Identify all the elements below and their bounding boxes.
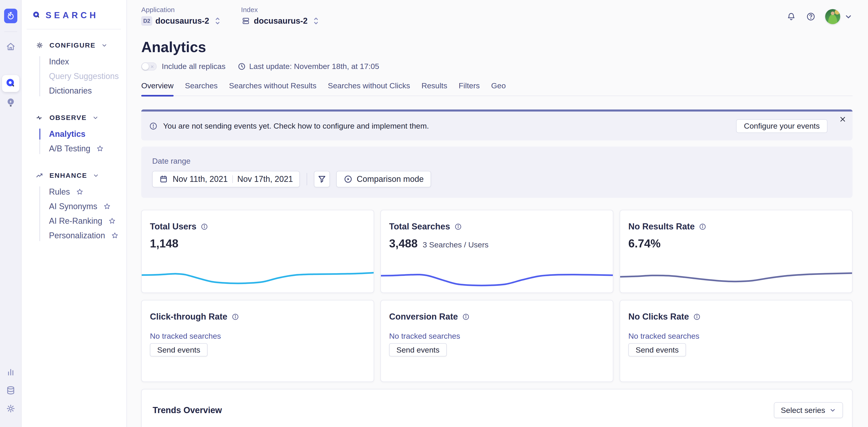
metrics-row-1: Total Users 1,148 Total Searches 3,488 3… — [141, 210, 852, 293]
rail-data-button[interactable] — [5, 385, 16, 396]
chevron-down-icon — [829, 407, 836, 414]
comparison-mode-button[interactable]: Comparison mode — [336, 171, 431, 187]
search-logo[interactable]: SEARCH — [32, 10, 126, 20]
stopwatch-icon — [6, 11, 15, 21]
include-replicas-toggle[interactable] — [141, 62, 157, 71]
info-icon[interactable] — [699, 223, 707, 231]
sidebar-item-label: Personalization — [49, 231, 105, 240]
index-stack-icon — [241, 16, 251, 26]
info-icon[interactable] — [200, 223, 208, 231]
comparison-mode-label: Comparison mode — [357, 174, 424, 184]
card-title: Click-through Rate — [150, 312, 227, 322]
sidebar-item-index[interactable]: Index — [49, 55, 126, 69]
date-end: Nov 17th, 2021 — [238, 174, 293, 184]
main-content: Analytics Include all replicas Last upda… — [127, 32, 868, 427]
last-update-text: Last update: November 18th, at 17:05 — [249, 62, 379, 71]
send-events-button[interactable]: Send events — [628, 343, 686, 356]
crawler-app-tile[interactable] — [4, 9, 17, 23]
include-replicas-label: Include all replicas — [162, 62, 225, 71]
star-icon[interactable] — [103, 203, 111, 210]
sidebar-item-personalization[interactable]: Personalization — [49, 228, 126, 243]
sidebar-item-label: Index — [49, 57, 69, 66]
no-tracked-text: No tracked searches — [389, 332, 604, 340]
section-header-observe[interactable]: OBSERVE — [36, 113, 126, 122]
sidebar-item-rules[interactable]: Rules — [49, 185, 126, 199]
card-title: Conversion Rate — [389, 312, 458, 322]
gear-icon — [36, 41, 43, 49]
sidebar-item-ai-synonyms[interactable]: AI Synonyms — [49, 199, 126, 214]
filter-button[interactable] — [314, 171, 330, 187]
card-total-users: Total Users 1,148 — [141, 210, 374, 293]
bell-icon[interactable] — [786, 12, 796, 22]
sidebar-item-label: AI Re-Ranking — [49, 216, 102, 226]
sidebar-item-dictionaries[interactable]: Dictionaries — [49, 84, 126, 98]
configure-events-button[interactable]: Configure your events — [736, 119, 828, 133]
info-icon[interactable] — [462, 313, 470, 321]
star-icon[interactable] — [108, 217, 116, 225]
logo-text: SEARCH — [45, 10, 98, 20]
sidebar-item-label: Query Suggestions — [49, 71, 119, 81]
info-icon — [149, 122, 158, 130]
rail-home-button[interactable] — [5, 41, 16, 52]
page-meta-row: Include all replicas Last update: Novemb… — [141, 62, 852, 71]
select-series-button[interactable]: Select series — [774, 402, 843, 418]
sidebar: SEARCH CONFIGURE Index Query Suggestions… — [22, 0, 127, 427]
sidebar-item-ai-reranking[interactable]: AI Re-Ranking — [49, 214, 126, 228]
sidebar-item-ab-testing[interactable]: A/B Testing — [49, 141, 126, 156]
card-title: Total Searches — [389, 222, 450, 231]
tab-geo[interactable]: Geo — [491, 81, 506, 96]
tab-searches[interactable]: Searches — [185, 81, 218, 96]
tab-results[interactable]: Results — [422, 81, 447, 96]
chevron-down-icon — [101, 42, 107, 48]
date-range-picker[interactable]: Nov 11th, 2021 Nov 17th, 2021 — [152, 171, 300, 187]
close-icon[interactable] — [839, 116, 846, 123]
topbar: Application D2 docusaurus-2 Index docusa… — [127, 0, 868, 32]
rail-recommend-button[interactable] — [5, 97, 16, 108]
avatar[interactable] — [825, 9, 840, 24]
trending-up-icon — [36, 172, 43, 179]
rail-divider — [4, 31, 17, 32]
application-label: Application — [141, 6, 222, 14]
index-label: Index — [241, 6, 320, 14]
chevron-down-icon — [93, 172, 99, 179]
send-events-button[interactable]: Send events — [150, 343, 208, 356]
tab-overview[interactable]: Overview — [141, 81, 174, 96]
tab-searches-without-results[interactable]: Searches without Results — [229, 81, 316, 96]
chevron-down-icon[interactable] — [844, 12, 852, 21]
rail-search-button[interactable] — [2, 75, 19, 92]
up-down-stepper-icon[interactable] — [312, 16, 320, 26]
rail-settings-button[interactable] — [5, 403, 16, 414]
star-icon[interactable] — [76, 188, 84, 196]
send-events-button[interactable]: Send events — [389, 343, 447, 356]
sidebar-item-analytics[interactable]: Analytics — [49, 127, 126, 141]
up-down-stepper-icon[interactable] — [213, 16, 222, 26]
section-label: ENHANCE — [50, 172, 87, 179]
application-select[interactable]: D2 docusaurus-2 — [141, 16, 222, 26]
info-icon[interactable] — [231, 313, 239, 321]
application-value: docusaurus-2 — [155, 16, 209, 26]
lightbulb-bolt-icon — [5, 97, 16, 108]
section-label: OBSERVE — [50, 114, 87, 122]
star-icon[interactable] — [111, 232, 119, 239]
section-header-enhance[interactable]: ENHANCE — [36, 171, 126, 180]
help-icon[interactable] — [806, 12, 815, 22]
sidebar-nav: CONFIGURE Index Query Suggestions Dictio… — [22, 41, 126, 243]
sidebar-item-query-suggestions[interactable]: Query Suggestions — [49, 69, 126, 84]
date-start: Nov 11th, 2021 — [173, 174, 228, 184]
tab-filters[interactable]: Filters — [459, 81, 480, 96]
sparkline-total-searches — [380, 266, 613, 288]
card-conversion-rate: Conversion Rate No tracked searches Send… — [380, 300, 613, 382]
card-no-clicks-rate: No Clicks Rate No tracked searches Send … — [620, 300, 852, 382]
sidebar-section-observe: OBSERVE Analytics A/B Testing — [36, 113, 126, 156]
chevron-down-icon — [92, 114, 99, 121]
metric-value: 1,148 — [150, 237, 178, 250]
last-update: Last update: November 18th, at 17:05 — [238, 62, 379, 71]
page-title: Analytics — [141, 39, 852, 55]
star-icon[interactable] — [96, 145, 104, 153]
tab-searches-without-clicks[interactable]: Searches without Clicks — [328, 81, 410, 96]
info-icon[interactable] — [454, 223, 462, 231]
rail-analytics-button[interactable] — [5, 367, 16, 377]
section-header-configure[interactable]: CONFIGURE — [36, 41, 126, 50]
info-icon[interactable] — [693, 313, 701, 321]
index-select[interactable]: docusaurus-2 — [241, 16, 320, 26]
